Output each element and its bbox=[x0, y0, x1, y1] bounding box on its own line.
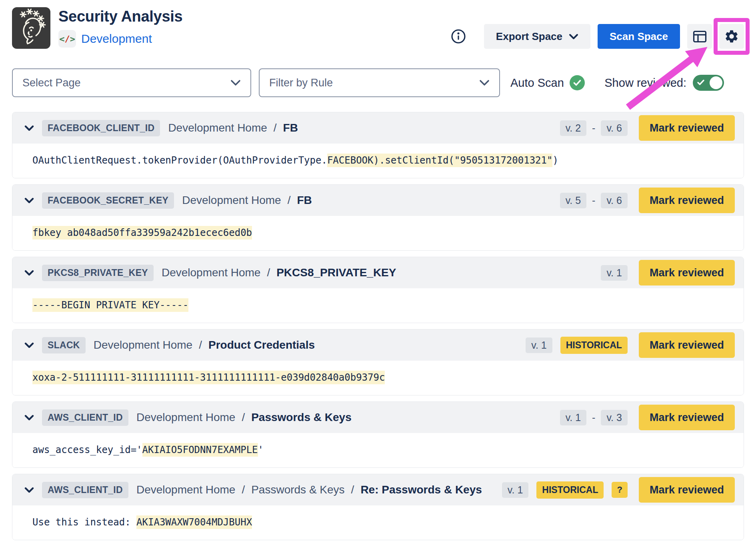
mark-reviewed-button[interactable]: Mark reviewed bbox=[639, 188, 735, 213]
expand-chevron-icon[interactable] bbox=[24, 125, 34, 131]
finding-header: FACEBOOK_SECRET_KEY Development Home/FB … bbox=[12, 185, 744, 216]
historical-badge: HISTORICAL bbox=[560, 337, 628, 354]
filter-by-rule-dropdown[interactable]: Filter by Rule bbox=[259, 68, 500, 97]
finding-snippet: xoxa-2-511111111-31111111111-31111111111… bbox=[12, 361, 744, 395]
breadcrumb-item[interactable]: Passwords & Keys bbox=[251, 483, 344, 496]
check-icon bbox=[697, 80, 704, 86]
finding-card: SLACK Development Home/Product Credentia… bbox=[12, 329, 744, 395]
version-badge: v. 5 bbox=[560, 193, 586, 208]
finding-header: PKCS8_PRIVATE_KEY Development Home/PKCS8… bbox=[12, 257, 744, 288]
breadcrumb-item[interactable]: Re: Passwords & Keys bbox=[360, 483, 482, 496]
breadcrumb: Development Home/Passwords & Keys/Re: Pa… bbox=[136, 483, 482, 496]
mark-reviewed-button[interactable]: Mark reviewed bbox=[639, 332, 735, 358]
version-badges: v. 5-v. 6 bbox=[560, 193, 628, 208]
sidebar-layout-button[interactable] bbox=[687, 24, 712, 49]
question-badge[interactable]: ? bbox=[612, 482, 627, 498]
breadcrumb-item[interactable]: Development Home bbox=[136, 483, 235, 496]
breadcrumb: Development Home/FB bbox=[182, 194, 312, 207]
secret-highlight: fbkey ab048ad50ffa33959a242b1ecec6ed0b bbox=[32, 226, 252, 240]
finding-card: PKCS8_PRIVATE_KEY Development Home/PKCS8… bbox=[12, 257, 744, 323]
code-snippet: xoxa-2-511111111-31111111111-31111111111… bbox=[32, 371, 385, 384]
filter-by-rule-placeholder: Filter by Rule bbox=[269, 77, 333, 89]
select-page-dropdown[interactable]: Select Page bbox=[12, 68, 251, 97]
breadcrumb-item[interactable]: Passwords & Keys bbox=[251, 411, 352, 424]
brand-text: Security Analysis </> Development bbox=[58, 7, 182, 49]
mark-reviewed-button[interactable]: Mark reviewed bbox=[639, 260, 735, 285]
code-icon: </> bbox=[58, 30, 76, 48]
breadcrumb-item[interactable]: FB bbox=[283, 122, 298, 134]
code-text: aws_access_key_id=' bbox=[32, 444, 142, 455]
space-link[interactable]: Development bbox=[81, 32, 152, 46]
finding-snippet: fbkey ab048ad50ffa33959a242b1ecec6ed0b bbox=[12, 216, 744, 250]
version-range-dash: - bbox=[592, 122, 595, 134]
secret-highlight: xoxa-2-511111111-31111111111-31111111111… bbox=[32, 371, 385, 384]
breadcrumb-separator: / bbox=[351, 483, 354, 496]
show-reviewed-control: Show reviewed: bbox=[604, 75, 724, 91]
breadcrumb-item[interactable]: PKCS8_PRIVATE_KEY bbox=[276, 266, 396, 279]
breadcrumb-item[interactable]: Development Home bbox=[136, 411, 235, 424]
breadcrumb: Development Home/Product Credentials bbox=[94, 339, 315, 351]
expand-chevron-icon[interactable] bbox=[24, 342, 34, 348]
info-icon[interactable] bbox=[450, 28, 466, 44]
secret-highlight: AKIAIO5FODNN7EXAMPLE bbox=[142, 443, 258, 457]
brand: Security Analysis </> Development bbox=[12, 7, 182, 49]
mark-reviewed-button[interactable]: Mark reviewed bbox=[639, 115, 735, 141]
check-circle-icon bbox=[570, 75, 585, 90]
page-title: Security Analysis bbox=[58, 8, 182, 25]
breadcrumb-item[interactable]: Product Credentials bbox=[208, 339, 315, 351]
finding-header: AWS_CLIENT_ID Development Home/Passwords… bbox=[12, 474, 744, 505]
breadcrumb-item[interactable]: Development Home bbox=[168, 122, 267, 134]
breadcrumb-separator: / bbox=[199, 339, 202, 351]
mark-reviewed-button[interactable]: Mark reviewed bbox=[639, 405, 735, 430]
finding-header: SLACK Development Home/Product Credentia… bbox=[12, 329, 744, 361]
rule-badge: AWS_CLIENT_ID bbox=[42, 482, 128, 498]
code-snippet: fbkey ab048ad50ffa33959a242b1ecec6ed0b bbox=[32, 226, 252, 240]
secret-highlight: -----BEGIN PRIVATE KEY----- bbox=[32, 298, 188, 312]
rule-badge: FACEBOOK_CLIENT_ID bbox=[42, 120, 160, 136]
chevron-down-icon bbox=[230, 80, 241, 86]
expand-chevron-icon[interactable] bbox=[24, 487, 34, 493]
expand-chevron-icon[interactable] bbox=[24, 270, 34, 276]
breadcrumb-item[interactable]: Development Home bbox=[94, 339, 192, 351]
finding-header: AWS_CLIENT_ID Development Home/Passwords… bbox=[12, 402, 744, 433]
export-space-button[interactable]: Export Space bbox=[484, 24, 590, 49]
finding-snippet: OAuthClientRequest.tokenProvider(OAuthPr… bbox=[12, 144, 744, 178]
face-doodle-icon bbox=[12, 7, 50, 49]
finding-snippet: Use this instead: AKIA3WAXW7004MDJBUHX bbox=[12, 505, 744, 540]
show-reviewed-toggle[interactable] bbox=[693, 75, 724, 91]
secret-highlight: FACEBOOK).setClientId("950513172001321" bbox=[327, 154, 553, 167]
code-text: OAuthClientRequest.tokenProvider(OAuthPr… bbox=[32, 155, 327, 166]
breadcrumb-item[interactable]: FB bbox=[297, 194, 312, 207]
gear-icon bbox=[724, 29, 739, 44]
show-reviewed-label: Show reviewed: bbox=[604, 76, 686, 90]
auto-scan-status: Auto Scan bbox=[510, 75, 585, 90]
expand-chevron-icon[interactable] bbox=[24, 415, 34, 421]
breadcrumb-item[interactable]: Development Home bbox=[162, 266, 260, 279]
mark-reviewed-button[interactable]: Mark reviewed bbox=[639, 477, 735, 503]
secret-highlight: AKIA3WAXW7004MDJBUHX bbox=[136, 515, 252, 529]
security-analysis-page: Security Analysis </> Development Export… bbox=[0, 0, 756, 544]
auto-scan-label: Auto Scan bbox=[510, 76, 564, 90]
code-text: Use this instead: bbox=[32, 517, 136, 528]
version-badges: v. 1-v. 3 bbox=[560, 410, 628, 425]
code-text: ) bbox=[552, 155, 558, 166]
breadcrumb-item[interactable]: Development Home bbox=[182, 194, 281, 207]
settings-annotation-target bbox=[719, 24, 744, 49]
settings-button[interactable] bbox=[719, 24, 744, 49]
select-page-placeholder: Select Page bbox=[22, 77, 81, 89]
version-badge: v. 1 bbox=[526, 337, 552, 353]
rule-badge: SLACK bbox=[42, 337, 86, 353]
top-actions: Export Space Scan Space bbox=[450, 24, 744, 49]
version-badge: v. 1 bbox=[560, 410, 586, 425]
version-badges: v. 1 bbox=[526, 337, 552, 353]
code-snippet: OAuthClientRequest.tokenProvider(OAuthPr… bbox=[32, 154, 558, 167]
scan-space-button[interactable]: Scan Space bbox=[598, 24, 680, 49]
version-badges: v. 1 bbox=[502, 482, 528, 498]
version-badge: v. 6 bbox=[601, 120, 627, 136]
filter-row: Select Page Filter by Rule Auto Scan Sho… bbox=[12, 68, 744, 97]
code-snippet: aws_access_key_id='AKIAIO5FODNN7EXAMPLE' bbox=[32, 443, 264, 457]
version-badge: v. 1 bbox=[601, 265, 627, 281]
expand-chevron-icon[interactable] bbox=[24, 198, 34, 204]
code-snippet: Use this instead: AKIA3WAXW7004MDJBUHX bbox=[32, 515, 252, 529]
topbar: Security Analysis </> Development Export… bbox=[12, 7, 744, 49]
